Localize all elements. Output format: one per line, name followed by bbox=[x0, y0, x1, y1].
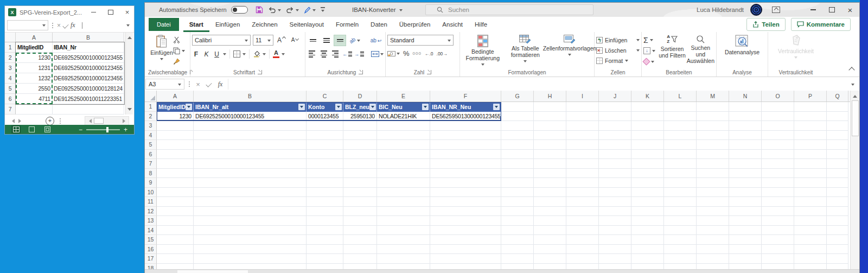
cell-E6[interactable] bbox=[377, 150, 430, 160]
cell-Q10[interactable] bbox=[827, 188, 848, 198]
insert-function-button[interactable]: fx bbox=[215, 80, 226, 88]
copy-button[interactable] bbox=[173, 46, 185, 55]
cell-Q6[interactable] bbox=[827, 150, 848, 160]
row-header-9[interactable]: 9 bbox=[145, 178, 157, 188]
cell-M15[interactable] bbox=[697, 235, 729, 245]
column-header-D[interactable]: D bbox=[343, 91, 377, 101]
row-header-8[interactable]: 8 bbox=[145, 169, 157, 179]
cell-C15[interactable] bbox=[307, 235, 343, 245]
ink-pen-button[interactable] bbox=[304, 7, 316, 14]
cell-J14[interactable] bbox=[599, 226, 631, 236]
cell-K3[interactable] bbox=[631, 121, 664, 131]
cell-G4[interactable] bbox=[501, 131, 534, 141]
cell-H13[interactable] bbox=[534, 216, 566, 226]
cell-L14[interactable] bbox=[664, 226, 697, 236]
cell-L1[interactable] bbox=[664, 102, 697, 112]
cell-A17[interactable] bbox=[157, 254, 194, 264]
cell-A8[interactable] bbox=[157, 169, 194, 179]
cell-M7[interactable] bbox=[697, 159, 729, 169]
cell-O15[interactable] bbox=[762, 235, 794, 245]
cell-Q14[interactable] bbox=[827, 226, 848, 236]
mini-cell-B7[interactable] bbox=[53, 104, 124, 115]
chevron-down-icon[interactable] bbox=[223, 53, 226, 57]
cell-P15[interactable] bbox=[794, 235, 827, 245]
cell-H6[interactable] bbox=[534, 150, 566, 160]
cell-G8[interactable] bbox=[501, 169, 534, 179]
format-painter-button[interactable] bbox=[173, 57, 185, 66]
cell-L16[interactable] bbox=[664, 245, 697, 255]
format-cells-button[interactable]: Format bbox=[596, 55, 640, 66]
mini-cell-B2[interactable]: DE69252500010000123455 bbox=[53, 53, 124, 63]
mini-corner-cell[interactable] bbox=[5, 33, 16, 42]
filter-button-C1[interactable] bbox=[335, 104, 342, 110]
comma-style-button[interactable]: 000 bbox=[413, 51, 422, 56]
mini-cell-B3[interactable]: DE69252500010000123455 bbox=[53, 63, 124, 73]
cell-F11[interactable] bbox=[430, 197, 501, 207]
cell-N11[interactable] bbox=[729, 197, 762, 207]
column-header-E[interactable]: E bbox=[377, 91, 430, 101]
dialog-launcher-icon[interactable] bbox=[258, 70, 262, 74]
cell-K5[interactable] bbox=[631, 140, 664, 150]
cell-N9[interactable] bbox=[729, 178, 762, 188]
format-as-table-button[interactable]: Als Tabelle formatieren bbox=[504, 34, 547, 68]
row-header-11[interactable]: 11 bbox=[145, 197, 157, 207]
mini-row-header-4[interactable]: 4 bbox=[5, 73, 16, 84]
cell-B15[interactable] bbox=[194, 235, 307, 245]
column-header-Q[interactable]: Q bbox=[827, 91, 848, 101]
formula-input[interactable] bbox=[228, 79, 846, 90]
cell-P6[interactable] bbox=[794, 150, 827, 160]
cell-G3[interactable] bbox=[501, 121, 534, 131]
cell-O10[interactable] bbox=[762, 188, 794, 198]
cell-E7[interactable] bbox=[377, 159, 430, 169]
cell-B12[interactable] bbox=[194, 207, 307, 217]
cell-P16[interactable] bbox=[794, 245, 827, 255]
find-select-button[interactable]: Suchen und Auswählen bbox=[687, 34, 714, 68]
mini-row-header-7[interactable]: 7 bbox=[5, 104, 16, 115]
cell-Q5[interactable] bbox=[827, 140, 848, 150]
decrease-indent-button[interactable]: ← bbox=[342, 49, 352, 59]
cell-N13[interactable] bbox=[729, 216, 762, 226]
cell-J13[interactable] bbox=[599, 216, 631, 226]
underline-button[interactable]: U bbox=[213, 50, 221, 58]
cell-D17[interactable] bbox=[343, 254, 377, 264]
scroll-left-button[interactable] bbox=[85, 119, 93, 123]
cell-A2[interactable]: 1230 bbox=[157, 112, 194, 122]
cell-styles-button[interactable]: Zellenformatvorlagen bbox=[547, 34, 592, 68]
row-header-15[interactable]: 15 bbox=[145, 235, 157, 245]
cell-J2[interactable] bbox=[599, 112, 631, 122]
cell-L7[interactable] bbox=[664, 159, 697, 169]
cell-H12[interactable] bbox=[534, 207, 566, 217]
cell-L6[interactable] bbox=[664, 150, 697, 160]
cell-H5[interactable] bbox=[534, 140, 566, 150]
cell-I17[interactable] bbox=[566, 254, 599, 264]
cell-Q2[interactable] bbox=[827, 112, 848, 122]
cell-L12[interactable] bbox=[664, 207, 697, 217]
mini-cell-A5[interactable]: 2550 bbox=[16, 84, 53, 94]
cell-K4[interactable] bbox=[631, 131, 664, 141]
cell-M4[interactable] bbox=[697, 131, 729, 141]
cell-O5[interactable] bbox=[762, 140, 794, 150]
tab-datei[interactable]: Datei bbox=[149, 18, 179, 31]
cell-A11[interactable] bbox=[157, 197, 194, 207]
cell-E16[interactable] bbox=[377, 245, 430, 255]
cell-L17[interactable] bbox=[664, 254, 697, 264]
cell-G15[interactable] bbox=[501, 235, 534, 245]
font-color-button[interactable]: A bbox=[273, 50, 279, 58]
cell-G9[interactable] bbox=[501, 178, 534, 188]
cell-N7[interactable] bbox=[729, 159, 762, 169]
cell-E11[interactable] bbox=[377, 197, 430, 207]
cell-D9[interactable] bbox=[343, 178, 377, 188]
cell-J10[interactable] bbox=[599, 188, 631, 198]
cell-D16[interactable] bbox=[343, 245, 377, 255]
cell-P5[interactable] bbox=[794, 140, 827, 150]
chevron-down-icon[interactable] bbox=[282, 53, 285, 57]
cell-O4[interactable] bbox=[762, 131, 794, 141]
active-sheet-tab-sliver[interactable] bbox=[177, 270, 248, 273]
cell-I3[interactable] bbox=[566, 121, 599, 131]
chevron-down-icon[interactable] bbox=[242, 53, 246, 57]
name-box[interactable]: A3 bbox=[145, 79, 184, 90]
mini-minimize-button[interactable] bbox=[87, 7, 100, 18]
cell-O3[interactable] bbox=[762, 121, 794, 131]
dialog-launcher-icon[interactable] bbox=[359, 70, 363, 74]
enter-check-icon[interactable] bbox=[206, 81, 212, 87]
